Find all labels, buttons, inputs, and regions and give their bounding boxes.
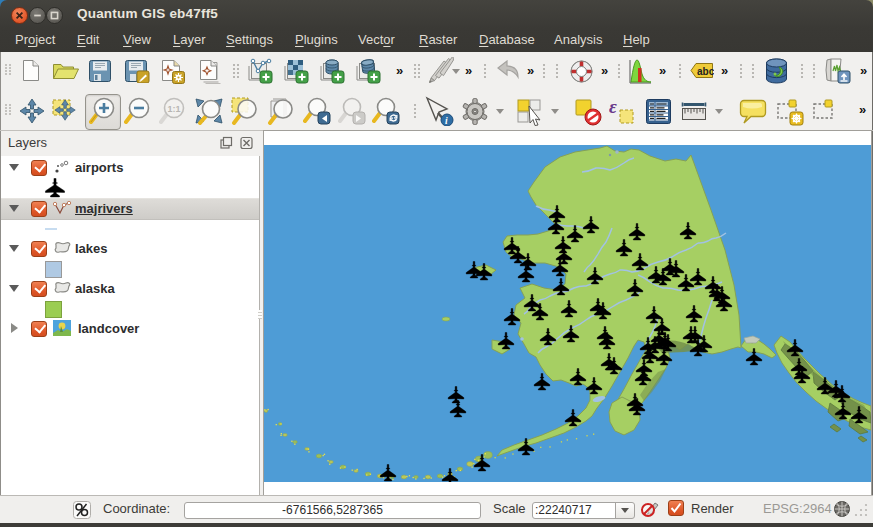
- svg-text:i: i: [445, 116, 448, 126]
- svg-text:abc: abc: [697, 66, 714, 77]
- svg-text:ε: ε: [609, 98, 617, 117]
- svg-text:1:1: 1:1: [168, 104, 181, 114]
